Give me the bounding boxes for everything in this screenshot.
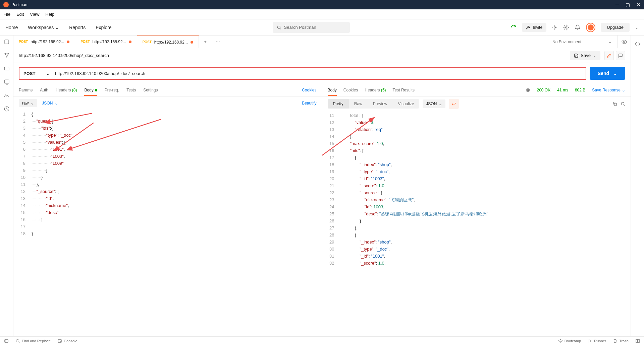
chevron-down-icon[interactable]: ⌄ bbox=[635, 25, 639, 30]
left-rail bbox=[0, 36, 13, 336]
minimize-icon[interactable]: ─ bbox=[615, 2, 619, 7]
menu-edit[interactable]: Edit bbox=[16, 12, 24, 17]
chevron-down-icon: ⌄ bbox=[613, 71, 617, 76]
request-tabs: POST http://192.168.92... POST http://19… bbox=[13, 36, 631, 48]
grad-cap-icon bbox=[558, 339, 563, 343]
apis-icon[interactable] bbox=[4, 52, 10, 58]
request-body-editor[interactable]: 1{2····"query":{3········"ids":{4·······… bbox=[13, 109, 322, 336]
globe-icon[interactable] bbox=[526, 88, 530, 92]
invite-button[interactable]: Invite bbox=[522, 23, 546, 32]
history-icon[interactable] bbox=[4, 106, 10, 112]
svg-rect-27 bbox=[636, 339, 638, 342]
comment-button[interactable] bbox=[616, 51, 625, 60]
subtab-params[interactable]: Params bbox=[19, 84, 33, 96]
close-icon[interactable]: ✕ bbox=[637, 2, 641, 7]
layout-toggles[interactable] bbox=[635, 339, 640, 343]
svg-rect-5 bbox=[5, 40, 9, 44]
avatar[interactable] bbox=[586, 23, 595, 32]
search-input[interactable]: Search Postman bbox=[273, 22, 350, 33]
view-raw[interactable]: Raw bbox=[349, 99, 368, 109]
collections-icon[interactable] bbox=[4, 39, 10, 45]
svg-point-0 bbox=[277, 26, 280, 28]
view-preview[interactable]: Preview bbox=[368, 99, 393, 109]
nav-workspaces[interactable]: Workspaces ⌄ bbox=[28, 25, 59, 30]
svg-marker-26 bbox=[589, 339, 592, 342]
svg-rect-9 bbox=[4, 67, 9, 70]
new-tab-button[interactable]: + bbox=[199, 36, 212, 48]
response-toolbar: Pretty Raw Preview Visualize JSON ⌄ ⮐ bbox=[322, 96, 631, 111]
svg-point-4 bbox=[566, 26, 567, 28]
postman-logo-icon bbox=[3, 2, 9, 7]
wrap-lines-button[interactable]: ⮐ bbox=[449, 99, 459, 109]
tab-request-2[interactable]: POST http://192.168.92... bbox=[137, 36, 199, 48]
environments-icon[interactable] bbox=[4, 66, 10, 72]
upgrade-button[interactable]: Upgrade bbox=[601, 23, 630, 32]
pencil-icon bbox=[607, 53, 611, 58]
nav-reports[interactable]: Reports bbox=[69, 25, 86, 30]
trash-button[interactable]: Trash bbox=[613, 339, 629, 343]
beautify-button[interactable]: Beautify bbox=[302, 101, 316, 106]
nav-explore[interactable]: Explore bbox=[96, 25, 111, 30]
svg-point-7 bbox=[8, 53, 9, 54]
menu-help[interactable]: Help bbox=[45, 12, 54, 17]
save-response-button[interactable]: Save Response ⌄ bbox=[592, 88, 625, 92]
resp-tab-body[interactable]: Body bbox=[328, 84, 337, 96]
subtab-auth[interactable]: Auth bbox=[40, 84, 48, 96]
tab-request-1[interactable]: POST http://192.168.92... bbox=[75, 36, 137, 48]
chevron-down-icon: ⌄ bbox=[608, 40, 612, 44]
subtab-tests[interactable]: Tests bbox=[126, 84, 136, 96]
monitors-icon[interactable] bbox=[4, 92, 10, 98]
body-type-select[interactable]: raw ⌄ bbox=[19, 99, 37, 107]
console-button[interactable]: Console bbox=[57, 339, 77, 343]
settings-icon[interactable] bbox=[563, 24, 569, 30]
url-row: POST ⌄ http://192.168.92.140:9200/shop/_… bbox=[13, 63, 631, 84]
menu-view[interactable]: View bbox=[30, 12, 39, 17]
svg-rect-21 bbox=[5, 339, 8, 342]
find-replace-button[interactable]: Find and Replace bbox=[15, 339, 51, 343]
url-input[interactable]: http://192.168.92.140:9200/shop/_doc/_se… bbox=[51, 67, 586, 80]
method-select[interactable]: POST ⌄ bbox=[19, 67, 54, 80]
tab-options-button[interactable]: ⋯ bbox=[212, 36, 224, 48]
view-pretty[interactable]: Pretty bbox=[328, 99, 349, 109]
svg-line-19 bbox=[624, 105, 625, 106]
satellite-icon[interactable] bbox=[552, 24, 558, 30]
copy-icon[interactable] bbox=[612, 101, 617, 106]
eye-icon bbox=[621, 39, 627, 45]
maximize-icon[interactable]: ▢ bbox=[626, 2, 630, 7]
bell-icon[interactable] bbox=[575, 24, 581, 30]
body-format-select[interactable]: JSON ⌄ bbox=[42, 101, 58, 106]
environment-select[interactable]: No Environment ⌄ bbox=[547, 36, 617, 48]
mock-icon[interactable] bbox=[4, 79, 10, 85]
tab-request-0[interactable]: POST http://192.168.92... bbox=[13, 36, 75, 48]
code-icon[interactable] bbox=[635, 41, 641, 47]
svg-point-18 bbox=[621, 102, 624, 105]
menu-file[interactable]: File bbox=[3, 12, 10, 17]
cookies-link[interactable]: Cookies bbox=[302, 88, 316, 92]
save-button[interactable]: Save ⌄ bbox=[570, 51, 600, 60]
svg-point-2 bbox=[527, 26, 529, 27]
response-body-viewer[interactable]: 11 total : {12 "value": 3,13 "relation":… bbox=[322, 111, 631, 336]
sync-icon[interactable] bbox=[511, 24, 517, 30]
send-button[interactable]: Send ⌄ bbox=[590, 67, 625, 80]
sidebar-toggle[interactable] bbox=[4, 339, 9, 343]
resp-tab-tests[interactable]: Test Results bbox=[393, 84, 415, 96]
runner-button[interactable]: Runner bbox=[588, 339, 606, 343]
svg-point-23 bbox=[16, 339, 19, 342]
edit-button[interactable] bbox=[604, 51, 614, 60]
resp-tab-headers[interactable]: Headers (5) bbox=[365, 84, 386, 96]
response-format-select[interactable]: JSON ⌄ bbox=[423, 99, 445, 108]
topbar: Home Workspaces ⌄ Reports Explore Search… bbox=[0, 19, 644, 36]
view-visualize[interactable]: Visualize bbox=[393, 99, 420, 109]
environment-quick-look[interactable] bbox=[617, 36, 631, 48]
subtab-prereq[interactable]: Pre-req. bbox=[105, 84, 119, 96]
resp-tab-cookies[interactable]: Cookies bbox=[343, 84, 358, 96]
svg-line-1 bbox=[280, 28, 281, 29]
response-tabs: Body Cookies Headers (5) Test Results 20… bbox=[322, 84, 631, 96]
bootcamp-button[interactable]: Bootcamp bbox=[558, 339, 581, 343]
dirty-dot-icon bbox=[67, 41, 69, 43]
nav-home[interactable]: Home bbox=[5, 25, 18, 30]
subtab-headers[interactable]: Headers (8) bbox=[56, 84, 77, 96]
subtab-body[interactable]: Body bbox=[84, 84, 97, 96]
search-icon[interactable] bbox=[621, 101, 625, 106]
subtab-settings[interactable]: Settings bbox=[143, 84, 158, 96]
